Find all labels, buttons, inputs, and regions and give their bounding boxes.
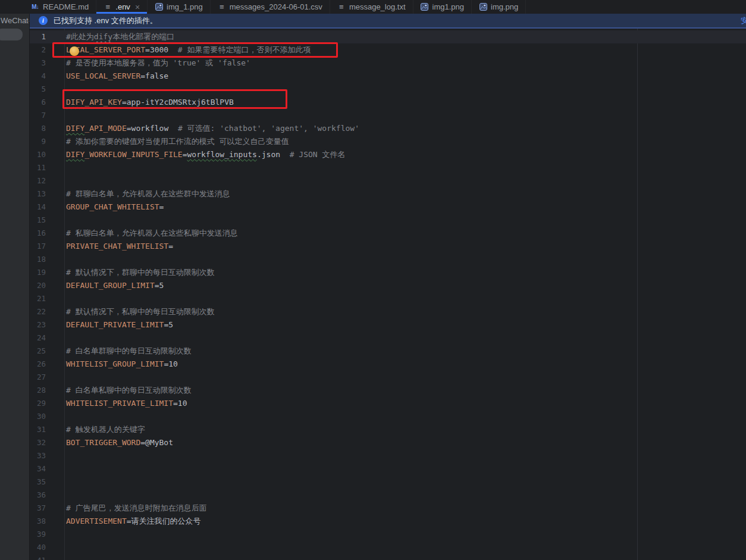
env-value: @MyBot xyxy=(145,438,173,447)
code-text xyxy=(64,449,746,462)
code-line: 3# 是否使用本地服务器，值为 'true' 或 'false' xyxy=(30,57,746,70)
env-key: LOCAL_SERVER_PORT xyxy=(66,45,145,54)
line-number: 12 xyxy=(30,174,64,187)
code-line: 40 xyxy=(30,541,746,554)
env-value: BlPVB xyxy=(211,98,234,107)
image-icon xyxy=(155,3,163,11)
code-text: DIFY_WORKFLOW_INPUTS_FILE=workflow_input… xyxy=(64,148,746,161)
line-number: 41 xyxy=(30,554,64,560)
env-value: = xyxy=(127,517,131,525)
env-value: = xyxy=(155,281,159,290)
code-line: 27 xyxy=(30,371,746,384)
code-text xyxy=(64,253,746,266)
env-value: workflow xyxy=(131,124,169,133)
code-text: # 白名单群聊中的每日互动限制次数 xyxy=(64,345,746,358)
line-number: 2 xyxy=(30,43,64,57)
tab-readme-md[interactable]: M↓README.md xyxy=(24,0,96,14)
line-number: 1 xyxy=(30,30,64,43)
env-key: DIFY xyxy=(66,98,84,107)
project-name-label[interactable]: WeChat-b xyxy=(0,14,29,27)
code-line: 29WHITELIST_PRIVATE_LIMIT=10 xyxy=(30,397,746,410)
close-icon[interactable]: × xyxy=(135,3,140,11)
env-value: = xyxy=(140,438,145,447)
tab-label: .env xyxy=(115,2,130,11)
code-line: 9# 添加你需要的键值对当使用工作流的模式 可以定义自己变量值 xyxy=(30,135,746,148)
install-plugin-link[interactable]: 安 xyxy=(741,15,746,26)
env-key: _WORKFLOW_INPUTS_FILE xyxy=(84,150,182,159)
line-number: 34 xyxy=(30,462,64,475)
tab-label: README.md xyxy=(43,2,89,11)
line-number: 23 xyxy=(30,318,64,331)
env-value: = xyxy=(168,242,173,251)
comment-text: # 默认情况下，群聊中的每日互动限制次数 xyxy=(66,268,215,277)
code-line: 38ADVERTISEMENT=请关注我们的公众号 xyxy=(30,515,746,528)
code-text: # 白名单私聊中的每日互动限制次数 xyxy=(64,384,746,397)
banner-message: 已找到支持 .env 文件的插件。 xyxy=(54,15,158,26)
comment-text: # 是否使用本地服务器，值为 'true' 或 'false' xyxy=(66,58,250,67)
code-text: # 触发机器人的关键字 xyxy=(64,423,746,436)
tab-message-log-txt[interactable]: ≡message_log.txt xyxy=(330,0,413,14)
env-value: 请关注我们的公众号 xyxy=(131,517,201,525)
env-value: 5 xyxy=(168,320,173,329)
comment-text: # 私聊白名单，允许机器人在这些私聊中发送消息 xyxy=(66,229,238,237)
image-icon xyxy=(479,3,487,11)
env-key: DIFY xyxy=(66,124,84,133)
code-line: 16# 私聊白名单，允许机器人在这些私聊中发送消息 xyxy=(30,227,746,240)
code-text: LOCAL_SERVER_PORT=3000 # 如果需要特定端口，否则不添加此… xyxy=(64,43,746,57)
env-value: workflow_inputs xyxy=(187,150,257,159)
code-text: DEFAULT_PRIVATE_LIMIT=5 xyxy=(64,318,746,331)
code-line: 5 xyxy=(30,83,746,96)
plugin-notification-banner: i 已找到支持 .env 文件的插件。 安 xyxy=(30,14,746,29)
line-number: 7 xyxy=(30,109,64,122)
line-number: 6 xyxy=(30,96,64,109)
comment-text: # 白名单群聊中的每日互动限制次数 xyxy=(66,346,192,355)
code-text: # 添加你需要的键值对当使用工作流的模式 可以定义自己变量值 xyxy=(64,135,746,148)
tab-label: img.png xyxy=(491,2,518,11)
code-text xyxy=(64,554,746,560)
code-text xyxy=(64,174,746,187)
code-text xyxy=(64,410,746,423)
tab-img-png[interactable]: img.png xyxy=(472,0,526,14)
ide-window: M↓README.md≡.env×img_1.png≡messages_2024… xyxy=(0,0,746,560)
env-value: 5 xyxy=(159,281,164,290)
line-number: 38 xyxy=(30,515,64,528)
env-key: DEFAULT_PRIVATE_LIMIT xyxy=(66,320,164,329)
line-number: 29 xyxy=(30,397,64,410)
tab-messages-2024-06-01-csv[interactable]: ≡messages_2024-06-01.csv xyxy=(211,0,330,14)
code-text xyxy=(64,83,746,96)
code-line: 13# 群聊白名单，允许机器人在这些群中发送消息 xyxy=(30,187,746,201)
code-editor[interactable]: 1#此处为dify本地化部署的端口2LOCAL_SERVER_PORT=3000… xyxy=(30,29,746,560)
comment-text: # 广告尾巴，发送消息时附加在消息后面 xyxy=(66,503,207,512)
env-key: _API_MODE xyxy=(84,124,126,133)
env-value: false xyxy=(145,71,168,80)
code-line: 10DIFY_WORKFLOW_INPUTS_FILE=workflow_inp… xyxy=(30,148,746,161)
tab-img-1-png[interactable]: img_1.png xyxy=(148,0,211,14)
code-line: 4USE_LOCAL_SERVER=false xyxy=(30,70,746,83)
code-line: 37# 广告尾巴，发送消息时附加在消息后面 xyxy=(30,502,746,515)
line-number: 14 xyxy=(30,201,64,214)
comment-text: # 可选值: 'chatbot', 'agent', 'workflow' xyxy=(178,124,359,133)
code-line: 41 xyxy=(30,554,746,560)
tab-env[interactable]: ≡.env× xyxy=(96,0,148,14)
env-value xyxy=(280,150,290,159)
code-line: 6DIFY_API_KEY=app-itY2cDMSRtxj6tBlPVB xyxy=(30,96,746,109)
env-value: 10 xyxy=(168,359,178,368)
line-number: 22 xyxy=(30,305,64,318)
code-line: 14GROUP_CHAT_WHITELIST= xyxy=(30,201,746,214)
env-value: 10 xyxy=(178,399,187,408)
line-number: 28 xyxy=(30,384,64,397)
env-key: DIFY xyxy=(66,150,84,159)
tab-img1-png[interactable]: img1.png xyxy=(413,0,472,14)
env-value: app-itY2cDMSR xyxy=(127,98,187,107)
code-line: 22# 默认情况下，私聊中的每日互动限制次数 xyxy=(30,305,746,318)
code-line: 39 xyxy=(30,528,746,541)
env-value: = xyxy=(159,202,164,211)
line-number: 32 xyxy=(30,436,64,449)
editor-column: i 已找到支持 .env 文件的插件。 安 1#此处为dify本地化部署的端口2… xyxy=(30,14,746,560)
code-line: 1#此处为dify本地化部署的端口 xyxy=(30,30,746,43)
line-number: 30 xyxy=(30,410,64,423)
collapsed-panel-thumb[interactable] xyxy=(0,29,23,40)
comment-text: # 如果需要特定端口，否则不添加此项 xyxy=(178,45,311,54)
line-number: 39 xyxy=(30,528,64,541)
info-icon: i xyxy=(39,16,48,25)
